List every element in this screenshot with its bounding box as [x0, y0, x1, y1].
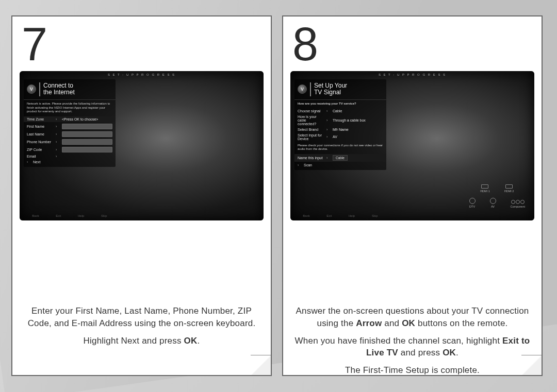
chevron-right-icon: › [56, 140, 60, 144]
vizio-logo-icon: V [298, 84, 307, 94]
chevron-right-icon: › [56, 155, 60, 158]
tv-panel-title: Set Up Your TV Signal [310, 82, 347, 97]
chevron-right-icon: › [56, 117, 60, 121]
row-cable-connected[interactable]: How is your cableconnected? › Through a … [294, 114, 386, 127]
row-firstname[interactable]: First Name › [24, 123, 116, 130]
tv-bottom-buttons: Back Exit Help Skip [294, 214, 386, 217]
av-icon [490, 198, 496, 204]
tv-screenshot-8: S E T - U P P R O G R E S S V Set Up You… [290, 71, 534, 220]
chevron-right-icon: › [56, 125, 60, 128]
tv-panel-desc: Network is active. Please provide the fo… [24, 100, 116, 116]
tv-progress-label: S E T - U P P R O G R E S S [290, 73, 534, 76]
row-lastname[interactable]: Last Name › [24, 130, 116, 138]
row-zip[interactable]: ZIP Code › [24, 146, 116, 154]
vizio-logo-icon: V [27, 84, 36, 94]
chevron-right-icon: › [326, 109, 331, 113]
chevron-right-icon: › [326, 128, 331, 131]
row-scan[interactable]: › Scan [294, 162, 386, 168]
tv-screenshot-7: S E T - U P P R O G R E S S V Connect to… [20, 71, 264, 220]
firstname-input [62, 124, 112, 129]
step-8-card: 8 S E T - U P P R O G R E S S V Set Up Y… [282, 15, 543, 376]
step-number: 8 [283, 16, 542, 67]
page-corner-icon [521, 355, 542, 376]
page-corner-icon [251, 355, 271, 376]
row-timezone[interactable]: Time Zone › <Press OK to choose> [24, 116, 116, 122]
chevron-right-icon: › [56, 148, 60, 151]
row-select-input[interactable]: Select Input forDevice › AV [294, 132, 386, 142]
tv-question: How are you receiving your TV service? [294, 100, 386, 108]
hdmi-icon [481, 184, 488, 189]
coax-icon [469, 198, 476, 204]
row-email[interactable]: Email › [24, 154, 116, 159]
chevron-right-icon: › [326, 156, 331, 160]
tv-check-connections: Please check your connections if you do … [294, 142, 386, 154]
tv-setup-panel: V Set Up Your TV Signal How are you rece… [294, 79, 386, 170]
tv-port-icons: HDMI 1 HDMI 2 DTV AV [469, 184, 525, 208]
component-icon [511, 200, 525, 204]
tv-progress-label: S E T - U P P R O G R E S S [20, 73, 264, 76]
row-name-input[interactable]: Name this input › Cable [294, 154, 386, 162]
port-av: AV [490, 198, 496, 208]
port-hdmi1: HDMI 1 [480, 184, 490, 193]
phone-input [62, 139, 112, 145]
tv-setup-panel: V Connect to the Internet Network is act… [24, 79, 116, 167]
step-number: 7 [12, 16, 271, 67]
hdmi-icon [505, 184, 513, 189]
step-7-caption: Enter your First Name, Last Name, Phone … [23, 305, 260, 352]
tv-panel-title: Connect to the Internet [39, 82, 75, 97]
row-select-brand[interactable]: Select Brand › Mfr Name [294, 127, 386, 132]
row-choose-signal[interactable]: Choose signal › Cable [294, 108, 386, 114]
chevron-right-icon: › [326, 118, 331, 122]
row-next[interactable]: › Next [24, 159, 116, 165]
row-phone[interactable]: Phone Number › [24, 138, 116, 146]
step-8-caption: Answer the on-screen questions about you… [293, 305, 531, 376]
tv-bottom-buttons: Back Exit Help Skip [24, 214, 116, 217]
lastname-input [62, 131, 112, 137]
zip-input [62, 147, 112, 152]
chevron-right-icon: › [326, 135, 331, 139]
port-component: Component [511, 200, 525, 208]
step-7-card: 7 S E T - U P P R O G R E S S V Connect … [11, 15, 272, 376]
port-hdmi2: HDMI 2 [504, 184, 514, 193]
port-dtv: DTV [469, 198, 476, 208]
chevron-right-icon: › [56, 132, 60, 136]
